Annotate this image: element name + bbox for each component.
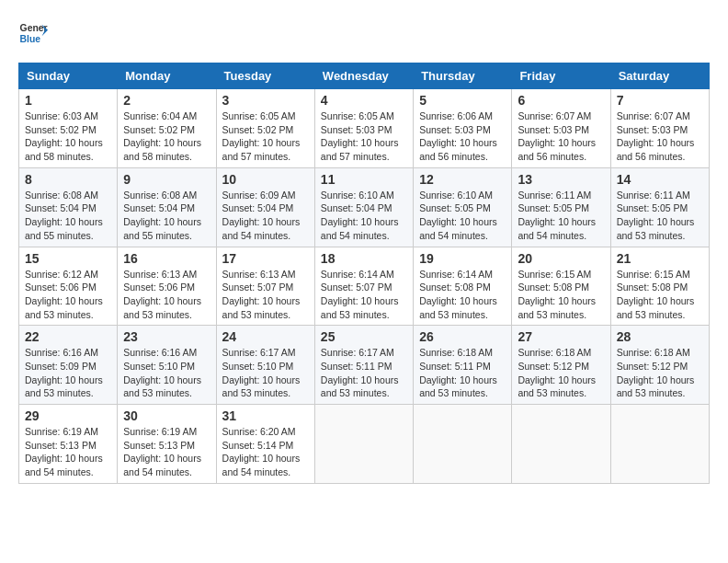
cell-content: Sunrise: 6:07 AM Sunset: 5:03 PM Dayligh…: [617, 109, 703, 164]
day-number: 2: [123, 93, 210, 108]
cell-content: Sunrise: 6:05 AM Sunset: 5:03 PM Dayligh…: [321, 109, 407, 164]
cell-content: Sunrise: 6:16 AM Sunset: 5:09 PM Dayligh…: [25, 346, 111, 400]
calendar-cell: 20 Sunrise: 6:15 AM Sunset: 5:08 PM Dayl…: [512, 247, 610, 326]
calendar-cell: 26 Sunrise: 6:18 AM Sunset: 5:11 PM Dayl…: [414, 326, 512, 405]
svg-text:General: General: [20, 23, 48, 33]
calendar-cell: 18 Sunrise: 6:14 AM Sunset: 5:07 PM Dayl…: [314, 247, 413, 326]
day-number: 4: [321, 93, 407, 108]
cell-content: Sunrise: 6:12 AM Sunset: 5:06 PM Dayligh…: [25, 268, 111, 322]
day-number: 18: [321, 251, 407, 266]
cell-content: Sunrise: 6:14 AM Sunset: 5:07 PM Dayligh…: [321, 268, 407, 322]
cell-content: Sunrise: 6:07 AM Sunset: 5:03 PM Dayligh…: [518, 109, 604, 164]
weekday-header-monday: Monday: [118, 63, 216, 89]
day-number: 9: [123, 172, 210, 187]
day-number: 29: [25, 408, 111, 423]
cell-content: Sunrise: 6:18 AM Sunset: 5:12 PM Dayligh…: [617, 346, 703, 400]
cell-content: Sunrise: 6:08 AM Sunset: 5:04 PM Dayligh…: [25, 189, 111, 243]
calendar-cell: [314, 405, 413, 484]
cell-content: Sunrise: 6:06 AM Sunset: 5:03 PM Dayligh…: [419, 109, 506, 164]
calendar-cell: 12 Sunrise: 6:10 AM Sunset: 5:05 PM Dayl…: [414, 167, 512, 247]
calendar-cell: 25 Sunrise: 6:17 AM Sunset: 5:11 PM Dayl…: [314, 326, 413, 405]
day-number: 20: [518, 251, 604, 266]
calendar-cell: 16 Sunrise: 6:13 AM Sunset: 5:06 PM Dayl…: [118, 247, 216, 326]
calendar-cell: 10 Sunrise: 6:09 AM Sunset: 5:04 PM Dayl…: [216, 167, 314, 247]
calendar-cell: 3 Sunrise: 6:05 AM Sunset: 5:02 PM Dayli…: [216, 89, 314, 168]
cell-content: Sunrise: 6:15 AM Sunset: 5:08 PM Dayligh…: [518, 268, 604, 322]
weekday-header-tuesday: Tuesday: [216, 63, 314, 89]
cell-content: Sunrise: 6:10 AM Sunset: 5:04 PM Dayligh…: [321, 189, 407, 243]
calendar-cell: 21 Sunrise: 6:15 AM Sunset: 5:08 PM Dayl…: [610, 247, 709, 326]
cell-content: Sunrise: 6:18 AM Sunset: 5:12 PM Dayligh…: [518, 346, 604, 400]
calendar-cell: 15 Sunrise: 6:12 AM Sunset: 5:06 PM Dayl…: [19, 247, 118, 326]
day-number: 30: [123, 408, 210, 423]
weekday-header-friday: Friday: [512, 63, 610, 89]
calendar-cell: 6 Sunrise: 6:07 AM Sunset: 5:03 PM Dayli…: [512, 89, 610, 168]
day-number: 22: [25, 329, 111, 344]
weekday-header-sunday: Sunday: [19, 63, 118, 89]
calendar-cell: 28 Sunrise: 6:18 AM Sunset: 5:12 PM Dayl…: [610, 326, 709, 405]
calendar-cell: 4 Sunrise: 6:05 AM Sunset: 5:03 PM Dayli…: [314, 89, 413, 168]
cell-content: Sunrise: 6:04 AM Sunset: 5:02 PM Dayligh…: [123, 109, 210, 164]
calendar-cell: 17 Sunrise: 6:13 AM Sunset: 5:07 PM Dayl…: [216, 247, 314, 326]
day-number: 6: [518, 93, 604, 108]
cell-content: Sunrise: 6:11 AM Sunset: 5:05 PM Dayligh…: [518, 189, 604, 243]
cell-content: Sunrise: 6:10 AM Sunset: 5:05 PM Dayligh…: [419, 189, 506, 243]
day-number: 24: [222, 329, 309, 344]
calendar-cell: 30 Sunrise: 6:19 AM Sunset: 5:13 PM Dayl…: [118, 405, 216, 484]
day-number: 5: [419, 93, 506, 108]
cell-content: Sunrise: 6:13 AM Sunset: 5:07 PM Dayligh…: [222, 268, 309, 322]
day-number: 1: [25, 93, 111, 108]
cell-content: Sunrise: 6:09 AM Sunset: 5:04 PM Dayligh…: [222, 189, 309, 243]
calendar-cell: 29 Sunrise: 6:19 AM Sunset: 5:13 PM Dayl…: [19, 405, 118, 484]
day-number: 8: [25, 172, 111, 187]
calendar-cell: [414, 405, 512, 484]
cell-content: Sunrise: 6:14 AM Sunset: 5:08 PM Dayligh…: [419, 268, 506, 322]
calendar-table: SundayMondayTuesdayWednesdayThursdayFrid…: [18, 63, 710, 484]
calendar-cell: 31 Sunrise: 6:20 AM Sunset: 5:14 PM Dayl…: [216, 405, 314, 484]
calendar-cell: 9 Sunrise: 6:08 AM Sunset: 5:04 PM Dayli…: [118, 167, 216, 247]
calendar-cell: 11 Sunrise: 6:10 AM Sunset: 5:04 PM Dayl…: [314, 167, 413, 247]
calendar-cell: 24 Sunrise: 6:17 AM Sunset: 5:10 PM Dayl…: [216, 326, 314, 405]
cell-content: Sunrise: 6:08 AM Sunset: 5:04 PM Dayligh…: [123, 189, 210, 243]
day-number: 28: [617, 329, 703, 344]
cell-content: Sunrise: 6:17 AM Sunset: 5:10 PM Dayligh…: [222, 346, 309, 400]
weekday-header-saturday: Saturday: [610, 63, 709, 89]
day-number: 21: [617, 251, 703, 266]
calendar-cell: 8 Sunrise: 6:08 AM Sunset: 5:04 PM Dayli…: [19, 167, 118, 247]
day-number: 14: [617, 172, 703, 187]
day-number: 13: [518, 172, 604, 187]
calendar-cell: 23 Sunrise: 6:16 AM Sunset: 5:10 PM Dayl…: [118, 326, 216, 405]
calendar-cell: 1 Sunrise: 6:03 AM Sunset: 5:02 PM Dayli…: [19, 89, 118, 168]
day-number: 10: [222, 172, 309, 187]
calendar-cell: [610, 405, 709, 484]
cell-content: Sunrise: 6:19 AM Sunset: 5:13 PM Dayligh…: [123, 425, 210, 479]
cell-content: Sunrise: 6:19 AM Sunset: 5:13 PM Dayligh…: [25, 425, 111, 479]
day-number: 23: [123, 329, 210, 344]
cell-content: Sunrise: 6:15 AM Sunset: 5:08 PM Dayligh…: [617, 268, 703, 322]
day-number: 26: [419, 329, 506, 344]
calendar-cell: 22 Sunrise: 6:16 AM Sunset: 5:09 PM Dayl…: [19, 326, 118, 405]
logo-icon: General Blue: [18, 18, 48, 48]
weekday-header-wednesday: Wednesday: [314, 63, 413, 89]
day-number: 17: [222, 251, 309, 266]
cell-content: Sunrise: 6:11 AM Sunset: 5:05 PM Dayligh…: [617, 189, 703, 243]
cell-content: Sunrise: 6:17 AM Sunset: 5:11 PM Dayligh…: [321, 346, 407, 400]
day-number: 3: [222, 93, 309, 108]
cell-content: Sunrise: 6:16 AM Sunset: 5:10 PM Dayligh…: [123, 346, 210, 400]
calendar-cell: 13 Sunrise: 6:11 AM Sunset: 5:05 PM Dayl…: [512, 167, 610, 247]
day-number: 25: [321, 329, 407, 344]
day-number: 11: [321, 172, 407, 187]
day-number: 12: [419, 172, 506, 187]
day-number: 19: [419, 251, 506, 266]
cell-content: Sunrise: 6:13 AM Sunset: 5:06 PM Dayligh…: [123, 268, 210, 322]
calendar-cell: 5 Sunrise: 6:06 AM Sunset: 5:03 PM Dayli…: [414, 89, 512, 168]
calendar-cell: 27 Sunrise: 6:18 AM Sunset: 5:12 PM Dayl…: [512, 326, 610, 405]
calendar-cell: [512, 405, 610, 484]
day-number: 31: [222, 408, 309, 423]
cell-content: Sunrise: 6:18 AM Sunset: 5:11 PM Dayligh…: [419, 346, 506, 400]
day-number: 16: [123, 251, 210, 266]
calendar-cell: 19 Sunrise: 6:14 AM Sunset: 5:08 PM Dayl…: [414, 247, 512, 326]
calendar-cell: 2 Sunrise: 6:04 AM Sunset: 5:02 PM Dayli…: [118, 89, 216, 168]
calendar-cell: 7 Sunrise: 6:07 AM Sunset: 5:03 PM Dayli…: [610, 89, 709, 168]
cell-content: Sunrise: 6:20 AM Sunset: 5:14 PM Dayligh…: [222, 425, 309, 479]
